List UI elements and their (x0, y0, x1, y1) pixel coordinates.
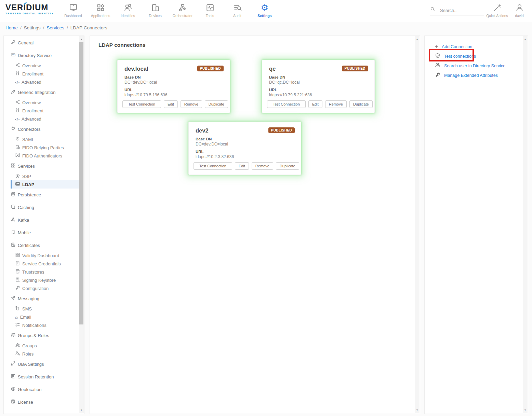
truststore-icon (15, 269, 20, 275)
sidebar-item-advanced[interactable]: </>Advanced (4, 78, 79, 86)
breadcrumb-separator: / (67, 25, 68, 30)
nodes-icon (15, 63, 20, 69)
url-value: ldaps://10.2.3.82:636 (196, 154, 294, 159)
sidebar-item-saml[interactable]: SAML (4, 135, 79, 143)
scroll-down-arrow[interactable]: ▼ (523, 408, 528, 413)
remove-button[interactable]: Remove (181, 100, 202, 108)
edit-button[interactable]: Edit (235, 162, 249, 170)
user-icon (510, 2, 529, 13)
nav-item-audit[interactable]: Audit (224, 0, 251, 18)
connection-card-qc: qcPUBLISHEDBase DNDC=qc,DC=localURLldaps… (262, 60, 375, 113)
sidebar-item-messaging[interactable]: Messaging (4, 294, 79, 303)
sidebar-item-overview[interactable]: Overview (4, 61, 79, 70)
sidebar-item-signing-keystore[interactable]: Signing Keystore (4, 276, 79, 284)
sidebar-item-advanced[interactable]: </>Advanced (4, 115, 79, 123)
sidebar-item-certificates[interactable]: Certificates (4, 241, 79, 249)
veridium-logo[interactable]: VERIDIUM ✔ TRUSTED DIGITAL IDENTITY (5, 3, 57, 15)
action-test-connections[interactable]: Test connections (435, 52, 528, 61)
action-add-connection[interactable]: +Add Connection (435, 42, 528, 52)
scroll-up-arrow[interactable]: ▲ (523, 37, 528, 42)
email-icon: @ (15, 315, 18, 320)
global-search (430, 6, 484, 15)
user-menu[interactable]: david (510, 2, 529, 18)
sidebar-item-enrollment[interactable]: Enrollment (4, 70, 79, 78)
edit-button[interactable]: Edit (164, 100, 178, 108)
scroll-up-arrow[interactable]: ▲ (79, 37, 84, 42)
orchestrator-icon (169, 2, 196, 13)
scroll-down-arrow[interactable]: ▼ (79, 408, 84, 413)
certificates-icon (11, 242, 16, 248)
nav-item-orchestrator[interactable]: Orchestrator (169, 0, 196, 18)
sidebar-item-license[interactable]: License (4, 398, 79, 406)
main-scrollbar[interactable]: ▲ ▼ (415, 36, 420, 413)
sidebar-item-general[interactable]: General (4, 39, 79, 47)
sidebar-item-overview[interactable]: Overview (4, 98, 79, 107)
sidebar-item-session-retention[interactable]: Session Retention (4, 373, 79, 381)
sidebar-item-roles[interactable]: Roles (4, 350, 79, 358)
nav-item-applications[interactable]: Applications (87, 0, 114, 18)
remove-button[interactable]: Remove (325, 100, 347, 108)
test-connection-button[interactable]: Test Connection (122, 100, 161, 108)
sidebar-item-notifications[interactable]: Notifications (4, 321, 79, 329)
roles-icon (15, 351, 20, 357)
sidebar-item-generic-integration[interactable]: Generic Integration (4, 88, 79, 96)
sidebar-item-validity-dashboard[interactable]: Validity Dashboard (4, 251, 79, 260)
sidebar-item-services[interactable]: Services (4, 162, 79, 170)
connection-card-dev-local: dev.localPUBLISHEDBase DNDC=dev,DC=local… (117, 60, 230, 113)
main-panel: LDAP connections dev.localPUBLISHEDBase … (90, 36, 420, 414)
nav-item-tools[interactable]: Tools (196, 0, 224, 18)
scroll-down-arrow[interactable]: ▼ (415, 408, 420, 413)
sidebar-item-ldap[interactable]: LDAP (11, 180, 79, 189)
breadcrumb-home[interactable]: Home (5, 25, 18, 30)
sidebar-item-configuration[interactable]: Configuration (4, 284, 79, 292)
duplicate-button[interactable]: Duplicate (205, 100, 228, 108)
sidebar-item-persistence[interactable]: Persistence (4, 191, 79, 199)
sidebar-item-groups[interactable]: Groups (4, 342, 79, 350)
sidebar-item-ssp[interactable]: SSP (4, 172, 79, 180)
sidebar-item-service-credentials[interactable]: Service Credentials (4, 260, 79, 268)
action-search-user-in-directory-service[interactable]: Search user in Directory Service (435, 61, 528, 71)
nav-item-settings[interactable]: ⚙Settings (251, 0, 278, 18)
test-connection-button[interactable]: Test Connection (267, 100, 306, 108)
nav-item-identities[interactable]: Identities (114, 0, 142, 18)
sidebar-item-kafka[interactable]: Kafka (4, 216, 79, 224)
status-badge: PUBLISHED (268, 127, 295, 133)
grid-icon (11, 163, 16, 169)
sidebar-item-fido-authenticators[interactable]: FIDO Authenticators (4, 152, 79, 160)
duplicate-button[interactable]: Duplicate (276, 162, 299, 170)
action-manage-extended-attributes[interactable]: Manage Extended Attributes (435, 71, 528, 80)
session-icon (11, 374, 16, 380)
sidebar-item-uba-settings[interactable]: UBA Settings (4, 360, 79, 368)
code-icon: </> (15, 80, 19, 85)
nav-item-devices[interactable]: Devices (142, 0, 169, 18)
quick-actions-button[interactable]: Quick Actions (484, 2, 510, 18)
sidebar-item-email[interactable]: @Email (4, 313, 79, 321)
sidebar-item-caching[interactable]: Caching (4, 203, 79, 211)
sidebar-scrollbar[interactable]: ▲ ▼ (79, 36, 84, 413)
edit-button[interactable]: Edit (308, 100, 322, 108)
nav-item-dashboard[interactable]: Dashboard (59, 0, 87, 18)
breadcrumb-services[interactable]: Services (46, 25, 64, 30)
duplicate-button[interactable]: Duplicate (349, 100, 373, 108)
sidebar-item-truststores[interactable]: Truststores (4, 268, 79, 276)
sidebar-item-geolocation[interactable]: Geolocation (4, 385, 79, 393)
sidebar-item-enrollment[interactable]: Enrollment (4, 107, 79, 115)
breadcrumb-ldap-connectors: LDAP Connectors (70, 25, 107, 30)
caching-icon (11, 204, 16, 210)
test-connection-button[interactable]: Test Connection (194, 162, 232, 170)
wrench-icon (15, 285, 20, 291)
remove-button[interactable]: Remove (252, 162, 273, 170)
sidebar-item-fido-relying-parties[interactable]: FIDO Relying Parties (4, 143, 79, 152)
integration-icon (11, 89, 16, 95)
sidebar-item-directory-service[interactable]: ADDirectory Service (4, 51, 79, 59)
scroll-thumb[interactable] (79, 42, 83, 324)
ssp-icon (15, 173, 20, 179)
sidebar-item-mobile[interactable]: Mobile (4, 228, 79, 237)
sidebar-item-groups-roles[interactable]: Groups & Roles (4, 331, 79, 339)
search-input[interactable] (440, 8, 481, 13)
actions-scrollbar[interactable]: ▲ ▼ (523, 36, 528, 413)
sidebar-item-connectors[interactable]: Connectors (4, 125, 79, 133)
scroll-up-arrow[interactable]: ▲ (415, 37, 420, 42)
tools-icon (196, 2, 224, 13)
sidebar-item-sms[interactable]: SMS (4, 305, 79, 313)
